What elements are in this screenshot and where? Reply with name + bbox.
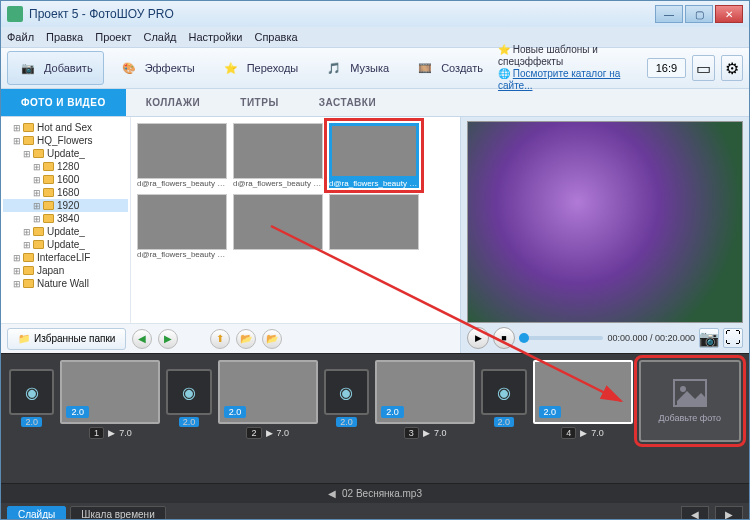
- fullscreen-button[interactable]: ⛶: [723, 328, 743, 348]
- menu-edit[interactable]: Правка: [46, 31, 83, 43]
- add-photo-slot[interactable]: Добавьте фото: [639, 360, 742, 442]
- menu-settings[interactable]: Настройки: [189, 31, 243, 43]
- audio-filename: 02 Веснянка.mp3: [342, 488, 422, 499]
- slide-thumb: 2.0: [533, 360, 633, 424]
- tree-node[interactable]: ⊞Update_: [3, 147, 128, 160]
- screen-fit-button[interactable]: ▭: [692, 55, 714, 81]
- music-button[interactable]: 🎵 Музыка: [313, 51, 400, 85]
- transition-slot[interactable]: ◉2.0: [481, 369, 526, 415]
- thumbnail-grid: d@ra_flowers_beauty (33d@ra_flowers_beau…: [131, 117, 460, 323]
- promo-link[interactable]: Посмотрите каталог на сайте...: [498, 68, 620, 91]
- aspect-ratio[interactable]: 16:9: [647, 58, 686, 78]
- thumbnail-image: [137, 194, 227, 250]
- tree-node[interactable]: ⊞1680: [3, 186, 128, 199]
- menu-help[interactable]: Справка: [254, 31, 297, 43]
- slide-number: 4: [561, 427, 576, 439]
- menu-slide[interactable]: Слайд: [143, 31, 176, 43]
- slide-trans-badge: 2.0: [539, 406, 562, 418]
- add-button[interactable]: 📷 Добавить: [7, 51, 104, 85]
- thumbnail-image: [329, 123, 419, 179]
- transition-slot[interactable]: ◉2.0: [166, 369, 211, 415]
- view-timescale[interactable]: Шкала времени: [70, 506, 165, 521]
- thumbnail[interactable]: d@ra_flowers_beauty (47: [137, 194, 227, 259]
- create-button[interactable]: 🎞️ Создать: [404, 51, 494, 85]
- tab-photo-video[interactable]: ФОТО И ВИДЕО: [1, 89, 126, 116]
- folder-action2-button[interactable]: 📂: [262, 329, 282, 349]
- window-title: Проект 5 - ФотоШОУ PRO: [29, 7, 174, 21]
- transition-slot[interactable]: ◉2.0: [324, 369, 369, 415]
- slide-trans-badge: 2.0: [66, 406, 89, 418]
- maximize-button[interactable]: ▢: [685, 5, 713, 23]
- thumbnail[interactable]: d@ra_flowers_beauty (46...: [329, 123, 419, 188]
- audio-track[interactable]: ◀ 02 Веснянка.mp3: [1, 483, 749, 503]
- timeline-slide[interactable]: 2.02 ▶ 7.0: [218, 360, 318, 439]
- timeline-next[interactable]: ▶: [715, 506, 743, 520]
- timeline-slide[interactable]: 2.03 ▶ 7.0: [375, 360, 475, 439]
- tab-collage[interactable]: КОЛЛАЖИ: [126, 89, 221, 116]
- minimize-button[interactable]: —: [655, 5, 683, 23]
- timeline-prev[interactable]: ◀: [681, 506, 709, 520]
- folder-tree[interactable]: ⊞Hot and Sex⊞HQ_Flowers⊞Update_⊞1280⊞160…: [1, 117, 131, 323]
- transition-slot[interactable]: ◉2.0: [9, 369, 54, 415]
- tab-screensavers[interactable]: ЗАСТАВКИ: [299, 89, 396, 116]
- tree-node[interactable]: ⊞3840: [3, 212, 128, 225]
- tree-node[interactable]: ⊞1600: [3, 173, 128, 186]
- favorites-button[interactable]: 📁 Избранные папки: [7, 328, 126, 350]
- tree-node[interactable]: ⊞InterfaceLIF: [3, 251, 128, 264]
- slide-thumb: 2.0: [60, 360, 160, 424]
- preview-image: [467, 121, 743, 323]
- tree-node[interactable]: ⊞Hot and Sex: [3, 121, 128, 134]
- source-tabs: ФОТО И ВИДЕО КОЛЛАЖИ ТИТРЫ ЗАСТАВКИ: [1, 89, 749, 117]
- nav-forward-button[interactable]: ▶: [158, 329, 178, 349]
- tree-node[interactable]: ⊞Update_: [3, 238, 128, 251]
- close-button[interactable]: ✕: [715, 5, 743, 23]
- folder-icon: [43, 188, 54, 197]
- slide-thumb: 2.0: [218, 360, 318, 424]
- slide-number: 1: [89, 427, 104, 439]
- timeline-slide[interactable]: 2.04 ▶ 7.0: [533, 360, 633, 439]
- thumbnail-image: [137, 123, 227, 179]
- snapshot-button[interactable]: 📷: [699, 328, 719, 348]
- settings-button[interactable]: ⚙: [721, 55, 743, 81]
- transitions-button[interactable]: ⭐ Переходы: [210, 51, 310, 85]
- thumbnail[interactable]: d@ra_flowers_beauty (45: [233, 123, 323, 188]
- seek-bar[interactable]: [519, 336, 603, 340]
- titlebar: Проект 5 - ФотоШОУ PRO — ▢ ✕: [1, 1, 749, 27]
- thumbnail-image: [233, 123, 323, 179]
- timeline[interactable]: ◉2.02.01 ▶ 7.0◉2.02.02 ▶ 7.0◉2.02.03 ▶ 7…: [1, 353, 749, 483]
- thumbnail[interactable]: [329, 194, 419, 259]
- music-label: Музыка: [350, 62, 389, 74]
- tree-node[interactable]: ⊞HQ_Flowers: [3, 134, 128, 147]
- effects-label: Эффекты: [145, 62, 195, 74]
- tree-node[interactable]: ⊞Nature Wall: [3, 277, 128, 290]
- play-button[interactable]: ▶: [467, 327, 489, 349]
- folder-icon: [43, 175, 54, 184]
- tree-node[interactable]: ⊞1280: [3, 160, 128, 173]
- folder-action1-button[interactable]: 📂: [236, 329, 256, 349]
- file-browser: ⊞Hot and Sex⊞HQ_Flowers⊞Update_⊞1280⊞160…: [1, 117, 460, 323]
- thumbnail-caption: d@ra_flowers_beauty (33: [137, 179, 227, 188]
- effects-button[interactable]: 🎨 Эффекты: [108, 51, 206, 85]
- thumbnail[interactable]: d@ra_flowers_beauty (33: [137, 123, 227, 188]
- view-slides[interactable]: Слайды: [7, 506, 66, 521]
- stop-button[interactable]: ■: [493, 327, 515, 349]
- preview-panel: ▶ ■ 00:00.000 / 00:20.000 📷 ⛶: [461, 117, 749, 353]
- thumbnail[interactable]: [233, 194, 323, 259]
- app-icon: [7, 6, 23, 22]
- tree-node[interactable]: ⊞Japan: [3, 264, 128, 277]
- thumbnail-image: [233, 194, 323, 250]
- folder-icon: [33, 240, 44, 249]
- folder-up-button[interactable]: ⬆: [210, 329, 230, 349]
- folder-icon: [43, 162, 54, 171]
- tree-node[interactable]: ⊞Update_: [3, 225, 128, 238]
- timeline-slide[interactable]: 2.01 ▶ 7.0: [60, 360, 160, 439]
- tab-titles[interactable]: ТИТРЫ: [220, 89, 298, 116]
- reel-icon: 🎞️: [415, 58, 435, 78]
- transition-duration: 2.0: [336, 417, 357, 427]
- create-label: Создать: [441, 62, 483, 74]
- folder-icon: [23, 279, 34, 288]
- tree-node[interactable]: ⊞1920: [3, 199, 128, 212]
- menu-project[interactable]: Проект: [95, 31, 131, 43]
- menu-file[interactable]: Файл: [7, 31, 34, 43]
- nav-back-button[interactable]: ◀: [132, 329, 152, 349]
